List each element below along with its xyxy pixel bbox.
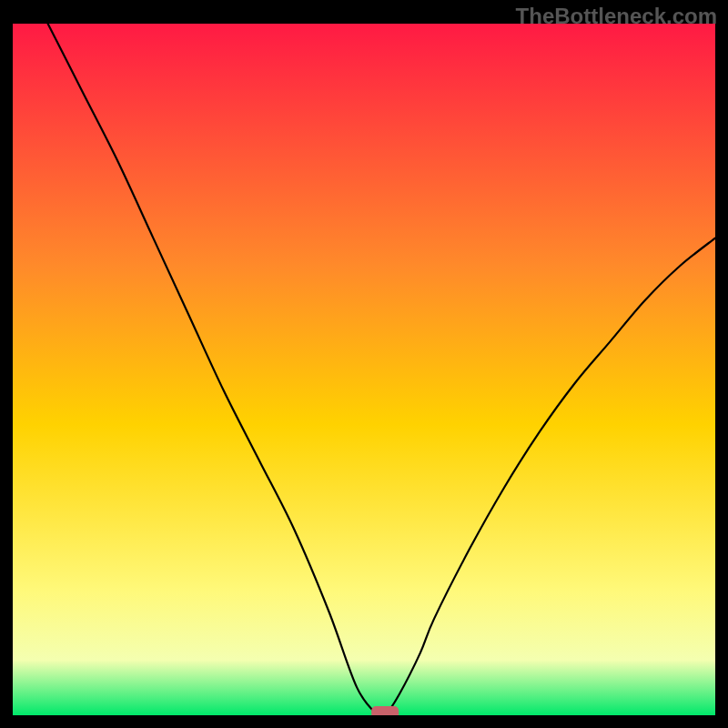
- optimum-marker: [371, 706, 399, 715]
- watermark-text: TheBottleneck.com: [516, 4, 717, 29]
- chart-frame: TheBottleneck.com: [0, 0, 728, 728]
- gradient-background: [13, 24, 715, 715]
- bottleneck-plot: [13, 24, 715, 715]
- plot-area: [13, 24, 715, 715]
